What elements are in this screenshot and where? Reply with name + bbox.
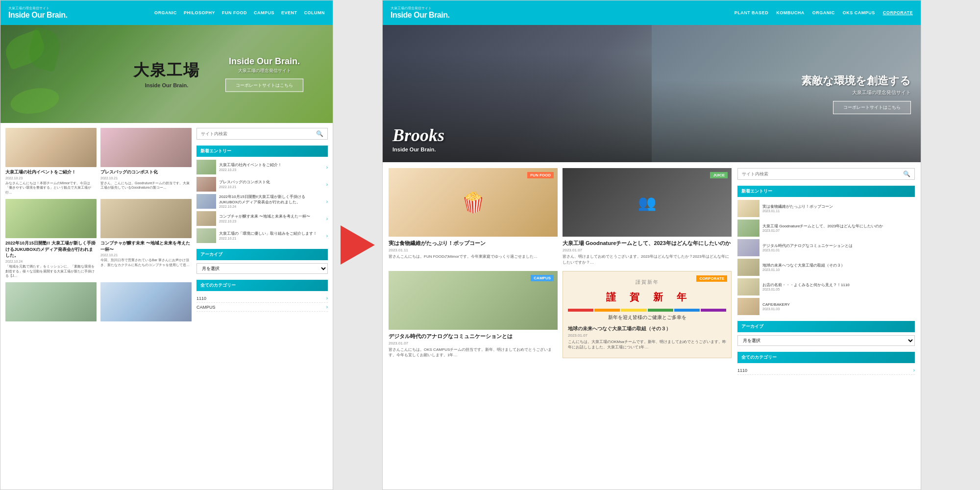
right-sidebar-entry-content-4: 地球の未来へつなぐ大泉工場の取組（その３） 2023.01.10 (762, 263, 845, 271)
right-hero-tagline-sub: 大泉工場の理念発信サイト (801, 89, 911, 96)
left-sidebar-arrow-3: › (326, 199, 328, 204)
left-article-card-1[interactable]: 大泉工場の社内イベントをご紹介！ 2022.10.23 みなさんこんにちは！本部… (5, 128, 97, 195)
left-article-img-1 (5, 128, 97, 167)
left-sidebar-entry-2[interactable]: プレスバッグのコンポスト化 2022.10.21 › (196, 177, 328, 192)
left-article-card-3[interactable]: 2022年10月15日開塾!! 大泉工場が新しく手掛けるJUKUBOXのメディア… (5, 199, 97, 278)
right-sidebar-entry-2[interactable]: 大泉工場 Goodnatureチームとして、2023年はどんな年にしたいのか 2… (737, 220, 915, 237)
right-hero: Brooks Inside Our Brain. 素敵な環境を創造する 大泉工場… (383, 25, 921, 162)
right-hero-brand-sub: Inside Our Brain. (392, 147, 444, 152)
right-nav-okscampus[interactable]: OKS CAMPUS (843, 10, 875, 15)
left-sidebar-arrow-1: › (326, 165, 328, 170)
right-featured-date-1: 2023.01.11 (389, 248, 558, 252)
right-featured-img-1: 🍿 FUN FOOD (389, 168, 558, 237)
left-nav-organic[interactable]: ORGANIC (154, 10, 177, 15)
right-bottom-title-1: デジタル時代のアナログなコミュニケーションとは (389, 333, 558, 340)
right-sidebar-entry-content-3: デジタル時代のアナログなコミュニケーションとは 2023.01.01 (762, 244, 853, 252)
left-archive-select[interactable]: 月を選択 (196, 263, 328, 274)
left-nav-philosophy[interactable]: PHILOSOPHY (184, 10, 215, 15)
right-featured-card-1[interactable]: 🍿 FUN FOOD 実は食物繊維がたっぷり！ポップコーン 2023.01.11… (389, 168, 558, 265)
right-tag-juice: JUICE (710, 172, 728, 178)
right-nav-organic[interactable]: ORGANIC (812, 10, 835, 15)
left-article-date-4: 2022.10.21 (100, 253, 192, 257)
right-sidebar-entry-4[interactable]: 地球の未来へつなぐ大泉工場の取組（その３） 2023.01.10 (737, 259, 915, 276)
left-articles-grid: 大泉工場の社内イベントをご紹介！ 2022.10.23 みなさんこんにちは！本部… (5, 128, 192, 321)
right-featured-title-2: 大泉工場 Goodnatureチームとして、2023年はどんな年にしたいのか (563, 240, 732, 247)
left-article-card-4[interactable]: コンブチャが醸す未来 〜地域と未来を考えた一杯〜 2022.10.21 今回、別… (100, 199, 192, 278)
right-bottom-card-1[interactable]: CAMPUS デジタル時代のアナログなコミュニケーションとは 2023.01.0… (389, 271, 558, 358)
left-article-title-1: 大泉工場の社内イベントをご紹介！ (5, 169, 97, 175)
left-article-img-6 (100, 282, 192, 321)
right-sidebar-entry-1[interactable]: 実は食物繊維がたっぷり！ポップコーン 2023.01.11 (737, 200, 915, 217)
left-logo-text[interactable]: Inside Our Brain. (8, 11, 67, 20)
right-archive-section: アーカイブ 月を選択 (737, 321, 915, 346)
right-search-box: 🔍 (737, 168, 915, 180)
left-new-entries-section: 新着エントリー 大泉工場の社内イベントをご紹介！ 2022.10.23 › プレ… (196, 146, 328, 243)
left-article-title-3: 2022年10月15日開塾!! 大泉工場が新しく手掛けるJUKUBOXのメディア… (5, 240, 97, 259)
left-header: 大泉工場の理念発信サイト Inside Our Brain. ORGANIC P… (0, 0, 333, 25)
left-site-label: 大泉工場の理念発信サイト (8, 6, 67, 11)
left-search-icon[interactable]: 🔍 (316, 130, 323, 137)
right-newyear-title: 謹 賀 新 年 (606, 291, 688, 304)
right-sidebar-entry-img-6 (737, 298, 760, 315)
right-sidebar-entry-img-2 (737, 220, 760, 237)
right-nav-kombucha[interactable]: KOMBUCHA (776, 10, 805, 15)
left-hero-right: Inside Our Brain. 大泉工場の理念発信サイト コーポレートサイト… (225, 56, 303, 92)
right-site-label: 大泉工場の理念発信サイト (391, 6, 449, 11)
right-nav-corporate[interactable]: CORPORATE (883, 10, 913, 15)
left-sidebar-arrow-5: › (326, 233, 328, 239)
left-sidebar-entry-img-4 (196, 211, 216, 226)
left-nav-funfood[interactable]: FUN FOOD (222, 10, 247, 15)
left-nav-column[interactable]: COLUMN (304, 10, 325, 15)
right-sidebar-entry-3[interactable]: デジタル時代のアナログなコミュニケーションとは 2023.01.01 (737, 239, 915, 256)
red-arrow (341, 225, 375, 265)
right-newyear-card[interactable]: CORPORATE 謹賀新年 謹 賀 新 年 新年を迎え皆様のご健康とご多幸を (563, 271, 732, 358)
left-article-excerpt-3: 「地域を元氣で満たす」をミッションに、「素敵な環境を創造する」様々な活動を展開す… (5, 264, 97, 278)
right-archive-title: アーカイブ (737, 321, 915, 332)
left-article-card-5[interactable] (5, 282, 97, 321)
left-nav-campus[interactable]: CAMPUS (254, 10, 274, 15)
right-hero-left: Brooks Inside Our Brain. (383, 25, 652, 162)
left-article-excerpt-1: みなさんこんにちは！本部チームのMimorです。今日は「働きやすい環境を整備する… (5, 181, 97, 195)
left-category-campus[interactable]: CAMPUS › (196, 303, 328, 312)
right-featured-card-2[interactable]: 👥 JUICE 大泉工場 Goodnatureチームとして、2023年はどんな年… (563, 168, 732, 265)
right-sidebar-entry-6[interactable]: CAFE/BAKERY 2023.01.03 (737, 298, 915, 315)
left-sidebar-entry-1[interactable]: 大泉工場の社内イベントをご紹介！ 2022.10.23 › (196, 160, 328, 174)
right-newyear-date: 2023.01.07 (568, 333, 726, 338)
right-archive-select[interactable]: 月を選択 (737, 335, 915, 346)
left-article-card-6[interactable] (100, 282, 192, 321)
right-hero-btn[interactable]: コーポレートサイトはこちら (833, 101, 911, 114)
left-sidebar-entry-text-2: プレスバッグのコンポスト化 2022.10.21 (219, 180, 270, 188)
left-sidebar-entry-img-1 (196, 160, 216, 174)
right-search-icon[interactable]: 🔍 (903, 171, 910, 177)
left-sidebar: 🔍 新着エントリー 大泉工場の社内イベントをご紹介！ 2022.10.23 › (196, 128, 328, 486)
left-sidebar-entry-5[interactable]: 大泉工場の「環境に優しい」取り組みをご紹介します！ 2022.10.21 › (196, 228, 328, 243)
left-article-img-4 (100, 199, 192, 238)
right-search-input[interactable] (742, 172, 903, 176)
left-category-1110[interactable]: 1110 › (196, 294, 328, 303)
left-new-entries-title: 新着エントリー (196, 146, 328, 157)
right-newyear-label: 謹賀新年 (636, 279, 659, 286)
right-sidebar-entry-5[interactable]: お店の名前・・・よくみると何から見え？！1110 2023.01.05 (737, 278, 915, 295)
right-category-1110[interactable]: 1110 › (737, 366, 915, 375)
left-sidebar-entry-4[interactable]: コンブチャが醸す未来 〜地域と未来を考えた一杯〜 2022.10.23 › (196, 211, 328, 226)
left-article-card-2[interactable]: プレスバッグのコンポスト化 2022.10.21 皆さん、こんにちは。Goodr… (100, 128, 192, 195)
right-header: 大泉工場の理念発信サイト Inside Our Brain. PLANT BAS… (383, 0, 921, 25)
right-panel: 大泉工場の理念発信サイト Inside Our Brain. PLANT BAS… (382, 0, 921, 490)
left-hero-subtitle: 大泉工場の理念発信サイト (225, 68, 303, 74)
left-sidebar-entry-3[interactable]: 2022年10月15日開塾!!大泉工場が新しく手掛けるJUKUBOXのメディア発… (196, 194, 328, 209)
left-sidebar-entry-text-4: コンブチャが醸す未来 〜地域と未来を考えた一杯〜 2022.10.23 (219, 214, 310, 222)
right-featured-img-2: 👥 JUICE (563, 168, 732, 237)
left-hero-logo-kanji: 大泉工場 (133, 60, 200, 81)
right-bottom-date-1: 2023.01.07 (389, 341, 558, 345)
left-categories-section: 全てのカテゴリー 1110 › CAMPUS › (196, 280, 328, 312)
right-nav-plantbased[interactable]: PLANT BASED (735, 10, 769, 15)
right-articles: 🍿 FUN FOOD 実は食物繊維がたっぷり！ポップコーン 2023.01.11… (389, 168, 732, 485)
left-search-input[interactable] (201, 131, 316, 136)
right-sidebar-entry-content-2: 大泉工場 Goodnatureチームとして、2023年はどんな年にしたいのか 2… (762, 224, 883, 232)
left-nav-event[interactable]: EVENT (281, 10, 297, 15)
right-logo-text[interactable]: Inside Our Brain. (391, 11, 449, 20)
right-newyear-subtitle: 新年を迎え皆様のご健康とご多幸を (608, 314, 686, 321)
left-hero-btn[interactable]: コーポレートサイトはこちら (225, 79, 303, 92)
right-bottom-img-1: CAMPUS (389, 271, 558, 330)
left-hero-brand: Inside Our Brain. (133, 82, 200, 88)
